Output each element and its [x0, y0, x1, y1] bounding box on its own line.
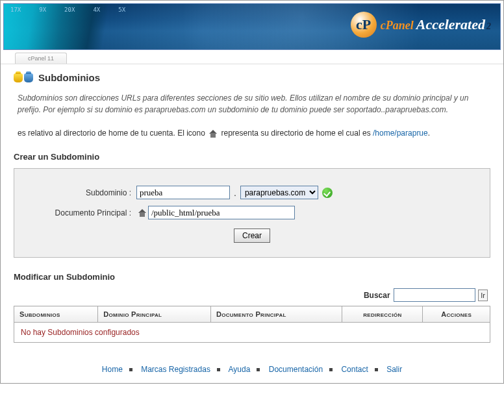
- subdomain-label: Subdominio :: [26, 188, 136, 197]
- page-title: Subdominios: [38, 72, 100, 83]
- cpanel-logo: cP cPanel Accelerated 2: [351, 12, 491, 38]
- footer-home[interactable]: Home: [102, 365, 123, 374]
- col-redirect: redirección: [342, 306, 423, 323]
- create-panel: Subdominio : . parapruebas.com Documento…: [14, 168, 490, 258]
- modify-heading: Modificar un Subdominio: [14, 272, 490, 282]
- cpanel-logo-icon: cP: [351, 12, 377, 38]
- empty-message: No hay Subdominios configurados: [14, 323, 490, 343]
- domain-select[interactable]: parapruebas.com: [240, 186, 318, 199]
- footer-contact[interactable]: Contact: [341, 365, 368, 374]
- footer-logout[interactable]: Salir: [386, 365, 402, 374]
- brand-cpanel: cPanel: [381, 19, 414, 32]
- create-button[interactable]: Crear: [234, 229, 270, 243]
- search-go-button[interactable]: Ir: [478, 290, 488, 301]
- home-path-link[interactable]: /home/paraprue: [373, 129, 428, 138]
- product-tab: cPanel 11: [15, 53, 67, 64]
- brand-accelerated: Accelerated: [416, 16, 485, 33]
- home-description: es relativo al directorio de home de tu …: [18, 127, 486, 139]
- check-icon: [322, 188, 333, 198]
- docroot-input[interactable]: [148, 206, 295, 219]
- brand-version: 2: [486, 21, 491, 32]
- search-label: Buscar: [364, 291, 390, 300]
- subdomains-table: Subdominios Dominio Principal Documento …: [14, 306, 490, 343]
- col-docroot: Documento Principal: [210, 306, 342, 323]
- home-icon: [138, 209, 147, 217]
- subdomain-input[interactable]: [136, 186, 230, 199]
- col-main-domain: Dominio Principal: [98, 306, 211, 323]
- footer-nav: Home Marcas Registradas Ayuda Documentac…: [14, 361, 490, 374]
- search-input[interactable]: [394, 288, 475, 302]
- footer-help[interactable]: Ayuda: [229, 365, 251, 374]
- footer-trademarks[interactable]: Marcas Registradas: [141, 365, 210, 374]
- banner-header: 17X9X20X4X5X cP cPanel Accelerated 2: [3, 3, 501, 50]
- col-actions: Acciones: [423, 306, 490, 323]
- create-heading: Crear un Subdominio: [14, 152, 490, 162]
- footer-docs[interactable]: Documentación: [269, 365, 323, 374]
- col-subdomains: Subdominios: [14, 306, 98, 323]
- intro-text: Subdominios son direcciones URLs para di…: [18, 92, 486, 116]
- docroot-label: Documento Principal :: [26, 208, 136, 217]
- home-icon: [208, 130, 218, 138]
- subdomains-icon: [14, 73, 33, 82]
